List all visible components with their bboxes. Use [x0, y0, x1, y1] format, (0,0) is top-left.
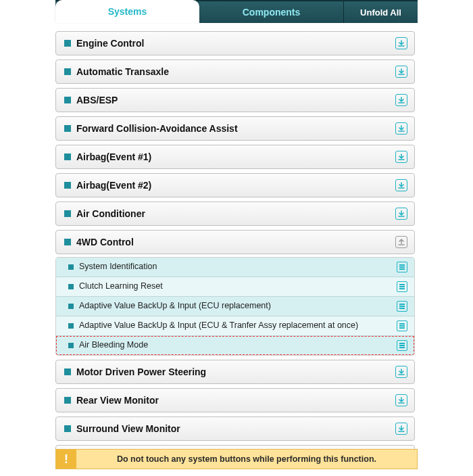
sub-row[interactable]: Adaptive Value BackUp & Input (ECU & Tra… — [56, 316, 414, 336]
system-row[interactable]: Automatic Transaxle — [55, 60, 415, 84]
bullet-icon — [68, 323, 74, 329]
system-label: Airbag(Event #2) — [76, 180, 151, 191]
expand-icon[interactable] — [395, 66, 407, 78]
document-icon[interactable] — [397, 340, 407, 351]
expand-icon[interactable] — [395, 94, 407, 106]
system-row[interactable]: Forward Collision-Avoidance Assist — [55, 116, 415, 141]
warning-text: Do not touch any system buttons while pe… — [76, 450, 417, 469]
system-row[interactable]: ABS/ESP — [55, 88, 415, 112]
system-label: Engine Control — [76, 38, 144, 49]
expand-icon[interactable] — [395, 394, 407, 406]
expand-icon[interactable] — [395, 179, 407, 191]
document-icon[interactable] — [397, 301, 407, 312]
tab-systems[interactable]: Systems — [55, 0, 199, 23]
warning-bar: ! Do not touch any system buttons while … — [55, 449, 418, 469]
expand-icon[interactable] — [395, 37, 407, 49]
bullet-icon — [64, 368, 71, 375]
system-label: Forward Collision-Avoidance Assist — [76, 123, 238, 134]
sub-label: System Identification — [79, 262, 157, 272]
expand-icon[interactable] — [395, 208, 407, 220]
system-row[interactable]: Engine Control — [55, 31, 415, 55]
system-label: Surround View Monitor — [76, 423, 180, 434]
bullet-icon — [64, 182, 71, 189]
system-row[interactable]: Airbag(Event #1) — [55, 145, 415, 169]
sub-list: System IdentificationClutch Learning Res… — [55, 257, 415, 356]
bullet-icon — [64, 210, 71, 217]
bullet-icon — [64, 68, 71, 75]
expand-icon[interactable] — [395, 122, 407, 135]
system-row[interactable]: Air Conditioner — [55, 201, 415, 226]
system-label: Air Conditioner — [76, 208, 145, 219]
sub-label: Air Bleeding Mode — [79, 340, 148, 351]
system-label: Motor Driven Power Steering — [76, 366, 206, 377]
sub-label: Adaptive Value BackUp & Input (ECU & Tra… — [79, 320, 358, 331]
sub-row[interactable]: Air Bleeding Mode — [56, 336, 414, 355]
system-row[interactable]: Surround View Monitor — [55, 416, 415, 441]
bullet-icon — [68, 304, 74, 309]
bullet-icon — [68, 343, 74, 348]
system-row[interactable]: Motor Driven Power Steering — [55, 360, 415, 384]
bullet-icon — [64, 239, 71, 245]
warning-icon: ! — [56, 450, 76, 469]
system-label: Rear View Monitor — [76, 395, 159, 406]
bullet-icon — [64, 40, 71, 47]
system-label: ABS/ESP — [76, 95, 118, 105]
system-row[interactable]: Rear View Monitor — [55, 388, 415, 412]
bullet-icon — [64, 125, 71, 132]
sub-row[interactable]: Clutch Learning Reset — [56, 277, 414, 297]
document-icon[interactable] — [397, 320, 407, 331]
expand-icon[interactable] — [395, 151, 407, 163]
tab-bar: Systems Components Unfold All — [55, 0, 418, 23]
system-row[interactable]: 4WD Control — [55, 230, 415, 254]
sub-label: Adaptive Value BackUp & Input (ECU repla… — [79, 301, 271, 312]
systems-scroll-area[interactable]: Engine ControlAutomatic TransaxleABS/ESP… — [55, 23, 418, 476]
bullet-icon — [64, 153, 71, 160]
system-label: Airbag(Event #1) — [76, 151, 151, 162]
sub-row[interactable]: Adaptive Value BackUp & Input (ECU repla… — [56, 297, 414, 316]
app-root: Systems Components Unfold All Engine Con… — [0, 0, 473, 476]
system-label: 4WD Control — [76, 237, 134, 247]
bullet-icon — [64, 397, 71, 404]
system-label: Automatic Transaxle — [76, 66, 169, 77]
document-icon[interactable] — [397, 262, 407, 272]
expand-icon[interactable] — [395, 366, 407, 378]
expand-icon[interactable] — [395, 423, 407, 435]
bullet-icon — [64, 97, 71, 103]
bullet-icon — [64, 425, 71, 432]
collapse-icon[interactable] — [395, 236, 407, 248]
unfold-all-button[interactable]: Unfold All — [343, 1, 418, 23]
bullet-icon — [68, 284, 74, 289]
document-icon[interactable] — [397, 281, 407, 292]
sub-row[interactable]: System Identification — [56, 258, 414, 277]
tab-components[interactable]: Components — [199, 1, 343, 23]
bullet-icon — [68, 264, 74, 270]
system-row[interactable]: Airbag(Event #2) — [55, 173, 415, 197]
sub-label: Clutch Learning Reset — [79, 281, 163, 292]
